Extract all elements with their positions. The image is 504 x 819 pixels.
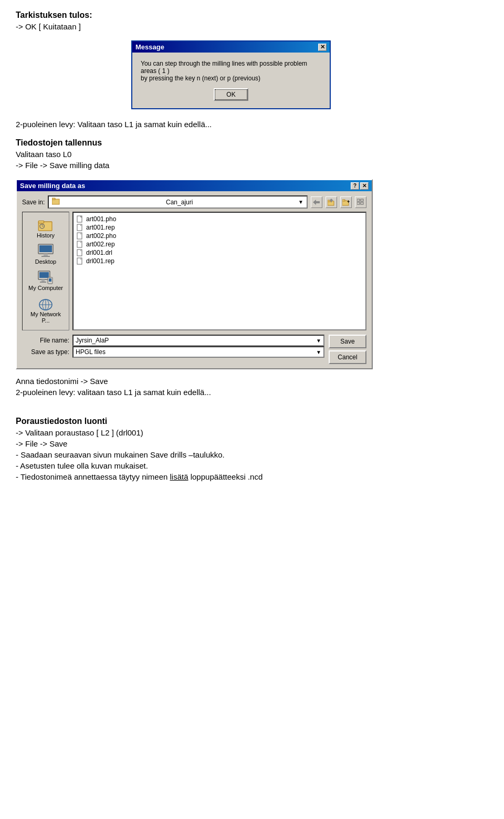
sidebar-item-mynetwork[interactable]: My Network P... bbox=[25, 294, 67, 326]
filename-row: File name: Jyrsin_AlaP ▼ bbox=[22, 335, 324, 346]
sidebar-item-history[interactable]: History bbox=[25, 216, 67, 241]
svg-rect-9 bbox=[357, 199, 360, 201]
sidebar-desktop-label: Desktop bbox=[35, 258, 56, 265]
save-in-row: Save in: Can_ajuri ▼ + bbox=[22, 195, 366, 209]
svg-rect-21 bbox=[41, 256, 50, 257]
list-item[interactable]: art002.pho bbox=[76, 232, 363, 240]
list-item[interactable]: drl001.rep bbox=[76, 257, 363, 265]
list-item[interactable]: drl001.drl bbox=[76, 248, 363, 257]
svg-rect-10 bbox=[361, 199, 363, 201]
svg-rect-23 bbox=[39, 272, 49, 278]
filetype-dropdown-arrow: ▼ bbox=[316, 349, 321, 355]
filename-label: File name: bbox=[22, 337, 69, 344]
svg-rect-7 bbox=[342, 200, 345, 201]
save-in-label: Save in: bbox=[22, 199, 45, 206]
svg-rect-20 bbox=[44, 254, 48, 256]
svg-rect-25 bbox=[40, 282, 46, 283]
svg-marker-2 bbox=[313, 200, 320, 205]
view-button[interactable] bbox=[355, 196, 366, 208]
section-heading-tarkistus: Tarkistuksen tulos: bbox=[16, 11, 488, 20]
nav-back-button[interactable] bbox=[311, 196, 322, 208]
save-dialog: Save milling data as ? ✕ Save in: Can_aj… bbox=[16, 179, 373, 369]
lisata-link: lisätä bbox=[170, 472, 188, 481]
sidebar-mycomputer-label: My Computer bbox=[28, 285, 63, 291]
list-item[interactable]: art001.pho bbox=[76, 215, 363, 223]
svg-rect-1 bbox=[52, 198, 55, 200]
tiedostonimea: - Tiedostonimeä annettaessa täytyy nimee… bbox=[16, 472, 488, 481]
ok-line: -> OK [ Kuitataan ] bbox=[16, 22, 488, 31]
svg-rect-14 bbox=[38, 221, 44, 223]
saadaan-seuraavan: - Saadaan seuraavan sivun mukainen Save … bbox=[16, 450, 488, 459]
heading-poraustiedoston: Poraustiedoston luonti bbox=[16, 417, 488, 426]
save-buttons-col: Save Cancel bbox=[329, 335, 366, 364]
filename-dropdown-arrow: ▼ bbox=[316, 338, 321, 344]
save-dialog-body: Save in: Can_ajuri ▼ + bbox=[17, 191, 372, 368]
save-button[interactable]: Save bbox=[329, 335, 366, 348]
save-dialog-close-button[interactable]: ✕ bbox=[360, 182, 369, 190]
sidebar-mynetwork-label: My Network P... bbox=[26, 311, 66, 324]
svg-text:+: + bbox=[347, 199, 350, 204]
2puoleinen-levy-2: 2-puoleinen levy: valitaan taso L1 ja sa… bbox=[16, 388, 488, 397]
svg-rect-11 bbox=[357, 202, 360, 204]
message-close-button[interactable]: ✕ bbox=[318, 44, 327, 51]
folder-name: Can_ajuri bbox=[166, 199, 193, 206]
save-titlebar: Save milling data as ? ✕ bbox=[17, 180, 372, 191]
fields-and-buttons: File name: Jyrsin_AlaP ▼ Save as type: H… bbox=[22, 335, 366, 364]
dropdown-arrow: ▼ bbox=[298, 199, 303, 205]
message-text: You can step through the milling lines w… bbox=[141, 60, 321, 82]
file-save-2: -> File -> Save bbox=[16, 439, 488, 448]
save-dialog-title: Save milling data as bbox=[20, 182, 85, 190]
message-body: You can step through the milling lines w… bbox=[132, 53, 330, 108]
up-folder-button[interactable] bbox=[326, 196, 337, 208]
filetype-row: Save as type: HPGL files ▼ bbox=[22, 346, 324, 358]
save-main-area: History Desktop bbox=[22, 212, 366, 330]
valitaan-poraustaso: -> Valitaan poraustaso [ L2 ] (drl001) bbox=[16, 428, 488, 437]
file-list[interactable]: art001.pho art001.rep art002.pho art002.… bbox=[72, 212, 366, 330]
svg-rect-12 bbox=[361, 202, 363, 204]
new-folder-button[interactable]: + bbox=[340, 196, 352, 208]
filetype-value: HPGL files bbox=[76, 348, 106, 356]
list-item[interactable]: art001.rep bbox=[76, 223, 363, 232]
message-ok-button[interactable]: OK bbox=[214, 88, 248, 101]
save-in-dropdown[interactable]: Can_ajuri ▼ bbox=[48, 195, 308, 209]
fields-area: File name: Jyrsin_AlaP ▼ Save as type: H… bbox=[22, 335, 324, 358]
message-titlebar: Message ✕ bbox=[132, 42, 330, 53]
svg-rect-19 bbox=[39, 245, 52, 252]
file-save-line: -> File -> Save milling data bbox=[16, 161, 488, 170]
filename-input[interactable]: Jyrsin_AlaP ▼ bbox=[72, 335, 324, 346]
sidebar-item-mycomputer[interactable]: My Computer bbox=[25, 268, 67, 293]
filetype-label: Save as type: bbox=[22, 348, 69, 356]
anna-tiedostonimi: Anna tiedostonimi -> Save bbox=[16, 377, 488, 386]
save-sidebar: History Desktop bbox=[22, 212, 69, 330]
svg-rect-24 bbox=[41, 279, 45, 282]
heading-tiedostojen: Tiedostojen tallennus bbox=[16, 138, 488, 148]
filetype-dropdown[interactable]: HPGL files ▼ bbox=[72, 346, 324, 358]
list-item[interactable]: art002.rep bbox=[76, 240, 363, 248]
valitaan-taso: Valitaan taso L0 bbox=[16, 150, 488, 159]
message-title: Message bbox=[135, 43, 164, 51]
filename-value: Jyrsin_AlaP bbox=[76, 337, 109, 344]
asetusten-tulee: - Asetusten tulee olla kuvan mukaiset. bbox=[16, 461, 488, 470]
section-2puoleinen: 2-puoleinen levy: Valitaan taso L1 ja sa… bbox=[16, 120, 488, 129]
cancel-button[interactable]: Cancel bbox=[329, 350, 366, 364]
save-dialog-help-button[interactable]: ? bbox=[351, 182, 359, 190]
sidebar-history-label: History bbox=[37, 232, 55, 239]
svg-rect-27 bbox=[49, 278, 51, 282]
sidebar-item-desktop[interactable]: Desktop bbox=[25, 242, 67, 267]
message-dialog: Message ✕ You can step through the milli… bbox=[131, 40, 331, 109]
folder-icon-small bbox=[52, 198, 60, 206]
